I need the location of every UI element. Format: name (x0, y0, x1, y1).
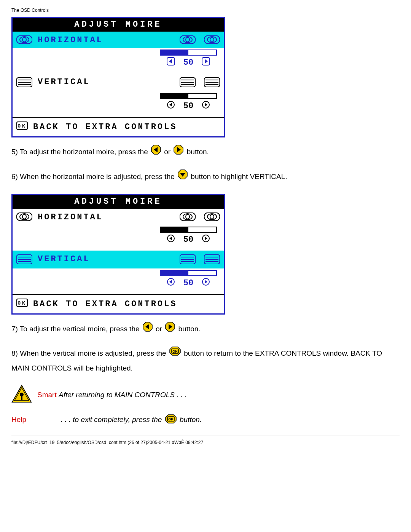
left-arrow-icon (167, 57, 175, 68)
vertical-moire-icon (180, 77, 196, 89)
step-6: 6) When the horizontal moire is adjusted… (11, 169, 400, 185)
horizontal-moire-icon (204, 212, 220, 223)
osd-footer: OK BACK TO EXTRA CONTROLS (13, 294, 224, 313)
page-footer: file:///D|/EDFU/crt_19_5/edoc/english/OS… (11, 440, 400, 445)
divider (11, 436, 400, 436)
osd-box-2: ADJUST MOIRE HORIZONTAL (11, 194, 225, 315)
left-button-icon (151, 144, 161, 160)
svg-point-39 (22, 214, 26, 219)
vertical-value: 50 (183, 101, 193, 111)
horizontal-moire-icon (204, 35, 220, 46)
step-5-text-a: 5) To adjust the horizontal moire, press… (11, 148, 150, 156)
right-button-icon (165, 321, 175, 337)
osd-title: ADJUST MOIRE (13, 195, 224, 209)
down-button-icon (177, 169, 188, 185)
back-label: BACK TO EXTRA CONTROLS (33, 122, 177, 132)
step-7-text-b: or (156, 325, 164, 333)
smart-line2b: button. (180, 415, 202, 423)
svg-point-77 (20, 393, 24, 396)
left-arrow-icon (167, 234, 175, 245)
step-6-text-a: 6) When the horizontal moire is adjusted… (11, 173, 177, 181)
osd-row-horizontal-value: 50 (13, 48, 224, 73)
osd-box-1: ADJUST MOIRE HORIZONTAL (11, 17, 225, 137)
svg-text:OK: OK (168, 417, 174, 421)
vertical-bar (160, 270, 217, 276)
ok-icon: OK (16, 121, 28, 133)
svg-text:OK: OK (172, 350, 178, 353)
back-label: BACK TO EXTRA CONTROLS (33, 299, 177, 309)
ok-icon: OK (16, 299, 28, 310)
horizontal-value: 50 (183, 235, 193, 244)
osd-row-vertical: VERTICAL (13, 73, 224, 91)
svg-text:OK: OK (18, 300, 27, 306)
step-7-text-c: button. (178, 325, 201, 333)
vertical-bar (160, 93, 217, 99)
right-arrow-icon (202, 57, 210, 68)
left-arrow-icon (167, 278, 175, 289)
svg-rect-78 (21, 396, 22, 400)
right-arrow-icon (202, 234, 210, 245)
smart-line1: After returning to MAIN CONTROLS . . . (59, 391, 187, 399)
horizontal-moire-icon (16, 212, 32, 221)
svg-point-5 (186, 37, 190, 42)
osd-row-horizontal: HORIZONTAL (13, 32, 224, 48)
svg-point-8 (210, 37, 214, 42)
step-7-text-a: 7) To adjust the vertical moire, press t… (11, 325, 142, 333)
horizontal-moire-icon (16, 35, 32, 44)
step-8-text-a: 8) When the vertical moire is adjusted, … (11, 349, 168, 357)
help-label: Help (11, 415, 26, 423)
smart-label: Smart (37, 391, 57, 399)
vertical-moire-icon (180, 254, 196, 266)
vertical-label: VERTICAL (38, 77, 90, 87)
step-5-text-b: or (164, 148, 172, 156)
smart-help-block: Smart After returning to MAIN CONTROLS .… (11, 385, 400, 426)
right-button-icon (173, 144, 184, 160)
left-button-icon (142, 321, 153, 337)
vertical-moire-icon (16, 254, 32, 264)
osd-row-horizontal-value: 50 (13, 225, 224, 251)
step-7: 7) To adjust the vertical moire, press t… (11, 321, 400, 337)
page-header: The OSD Controls (11, 8, 400, 13)
svg-point-45 (210, 214, 214, 219)
vertical-label: VERTICAL (38, 254, 90, 264)
vertical-value: 50 (183, 278, 193, 288)
osd-footer: OK BACK TO EXTRA CONTROLS (13, 117, 224, 136)
vertical-moire-icon (204, 254, 220, 266)
osd-row-vertical-value: 50 (13, 91, 224, 117)
smart-line2a: . . . to exit completely, press the (61, 415, 164, 423)
vertical-moire-icon (16, 77, 32, 87)
svg-point-42 (186, 214, 190, 219)
horizontal-bar (160, 227, 217, 233)
right-arrow-icon (202, 101, 210, 112)
osd-row-horizontal: HORIZONTAL (13, 209, 224, 225)
osd-row-vertical: VERTICAL (13, 251, 224, 268)
svg-point-2 (22, 37, 26, 42)
horizontal-label: HORIZONTAL (38, 35, 103, 45)
horizontal-value: 50 (183, 58, 193, 67)
ok-button-icon: OK (169, 346, 181, 361)
step-5-text-c: button. (187, 148, 209, 156)
step-6-text-b: button to highlight VERTICAL. (191, 173, 287, 181)
step-8: 8) When the vertical moire is adjusted, … (11, 346, 400, 375)
svg-text:OK: OK (18, 123, 27, 129)
warning-icon (11, 385, 32, 405)
left-arrow-icon (167, 101, 175, 112)
horizontal-moire-icon (180, 35, 196, 46)
vertical-moire-icon (204, 77, 220, 89)
osd-title: ADJUST MOIRE (13, 18, 224, 32)
horizontal-bar (160, 50, 217, 56)
horizontal-moire-icon (180, 212, 196, 223)
ok-button-icon: OK (165, 414, 177, 426)
right-arrow-icon (202, 278, 210, 289)
step-5: 5) To adjust the horizontal moire, press… (11, 144, 400, 160)
osd-row-vertical-value: 50 (13, 268, 224, 294)
horizontal-label: HORIZONTAL (38, 212, 103, 222)
